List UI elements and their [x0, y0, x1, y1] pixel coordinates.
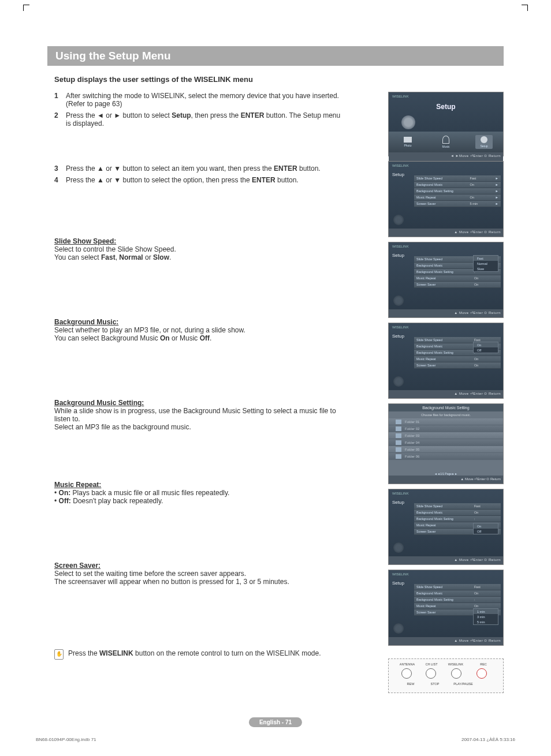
menu-row-repeat: Music RepeatOn: [414, 275, 501, 282]
right-arrow-icon: ►: [496, 183, 498, 186]
photo-icon: [404, 137, 412, 143]
step-list-1: 1 After switching the mode to WISELINK, …: [54, 92, 342, 128]
up-arrow-icon: ▲: [97, 164, 104, 173]
menu-row-bgms: Background Music Setting►: [414, 188, 501, 194]
folder-row: Folder 03: [389, 432, 503, 439]
folder-row: Folder 02: [389, 425, 503, 432]
section-music-repeat: Music Repeat: • On: Plays back a music f…: [54, 481, 342, 505]
gear-icon: [393, 376, 404, 387]
setup-menu: Slide Show SpeedFast► Background MusicOn…: [414, 175, 501, 207]
step-2: 2 Press the ◄ or ► button to select Setu…: [54, 111, 342, 128]
tip-text: Press the WISELINK button on the remote …: [68, 649, 321, 657]
step-text: Press the ▲ or ▼ button to select an ite…: [66, 164, 321, 173]
dropdown-saver: 1 min 3 min 5 min: [473, 608, 498, 625]
crop-mark: [522, 5, 528, 11]
up-arrow-icon: ▲: [97, 176, 104, 184]
screenshot-slide-speed: WISELINK Setup Slide Show Speed: Backgro…: [388, 242, 504, 318]
menu-row-saver: Screen SaverOn: [414, 282, 501, 288]
menu-row-bgm: Background MusicOn: [414, 510, 501, 516]
page-title: Using the Setup Menu: [47, 46, 504, 66]
screenshot-screen-saver: WISELINK Setup Slide Show SpeedFast Back…: [388, 570, 504, 646]
page-pill: English - 71: [249, 717, 302, 727]
dropdown-repeat: On Off: [473, 523, 498, 534]
step-text: Press the ▲ or ▼ button to select the op…: [66, 176, 299, 184]
screenshot-setup-list: WISELINK Setup Slide Show SpeedFast► Bac…: [388, 161, 504, 237]
step-1: 1 After switching the mode to WISELINK, …: [54, 92, 342, 108]
nav-bar: Photo Music Setup: [389, 132, 503, 152]
menu-row-slide: Slide Show SpeedFast►: [414, 175, 501, 182]
right-arrow-icon: ►: [496, 196, 498, 199]
menu-row-repeat: Music RepeatOn: [414, 356, 501, 362]
menu-row-bgms: Background Music Setting:: [414, 516, 501, 522]
remote-diagram: ANTENNA CH LIST WISELINK REC REW STOP PL…: [388, 658, 504, 693]
music-icon: [442, 136, 449, 144]
menu-row-bgm: Background MusicOn: [414, 590, 501, 597]
step-list-2: 3 Press the ▲ or ▼ button to select an i…: [54, 164, 342, 184]
right-arrow-icon: ►: [496, 177, 498, 180]
footer-right: 2007-04-13 ¿ÀÈÄ 5:33:16: [461, 737, 515, 742]
remote-button: [426, 668, 436, 679]
down-arrow-icon: ▼: [114, 164, 121, 173]
step-number: 3: [54, 164, 66, 173]
right-arrow-icon: ►: [114, 111, 121, 119]
menu-row-repeat: Music RepeatOn►: [414, 194, 501, 201]
gear-icon: [401, 115, 415, 129]
footer-left: BN68-01094P-00Eng.indb 71: [36, 737, 96, 742]
screenshot-bgm: WISELINK Setup Slide Show SpeedFast Back…: [388, 323, 504, 399]
section-screen-saver: Screen Saver: Select to set the waiting …: [54, 562, 342, 586]
menu-row-saver: Screen Saver5 min►: [414, 201, 501, 207]
right-arrow-icon: ►: [496, 202, 498, 205]
gear-icon: [393, 542, 404, 553]
menu-row-bgms: Background Music Setting:: [414, 597, 501, 603]
folder-icon: [396, 440, 401, 445]
content-area: Using the Setup Menu Setup displays the …: [47, 46, 504, 693]
nav-music: Music: [437, 136, 455, 148]
section-slide-show-speed: Slide Show Speed: Select to control the …: [54, 237, 342, 261]
section-background-music: Background Music: Select whether to play…: [54, 318, 342, 342]
tip-row: ✋ Press the WISELINK button on the remot…: [54, 649, 342, 660]
step-number: 2: [54, 111, 66, 128]
dropdown-bgm: On Off: [473, 342, 498, 353]
step-4: 4 Press the ▲ or ▼ button to select the …: [54, 176, 342, 184]
step-text: Press the ◄ or ► button to select Setup,…: [66, 111, 342, 128]
manual-page: Using the Setup Menu Setup displays the …: [0, 0, 551, 756]
folder-row: Folder 01: [389, 418, 503, 425]
left-column: 1 After switching the mode to WISELINK, …: [47, 92, 342, 660]
screenshot-music-repeat: WISELINK Setup Slide Show SpeedFast Back…: [388, 489, 504, 565]
gear-icon: [393, 295, 404, 306]
page-subtitle: Setup displays the user settings of the …: [54, 75, 504, 84]
right-column: WISELINK Setup Photo Music Setup ◄ ►Move…: [388, 92, 504, 693]
screenshot-bgm-setting: Background Music Setting Choose files fo…: [388, 403, 504, 484]
step-text: After switching the mode to WISELINK, se…: [66, 92, 342, 108]
nav-photo: Photo: [399, 137, 416, 147]
folder-icon: [396, 433, 401, 438]
folder-icon: [396, 426, 401, 431]
remote-tip-icon: ✋: [54, 649, 64, 660]
down-arrow-icon: ▼: [114, 176, 121, 184]
nav-setup: Setup: [475, 135, 493, 149]
section-bgm-setting: Background Music Setting: While a slide …: [54, 399, 342, 431]
menu-row-slide: Slide Show SpeedFast: [414, 503, 501, 510]
gear-icon: [393, 623, 404, 634]
folder-row: Folder 06: [389, 453, 503, 460]
step-number: 1: [54, 92, 66, 108]
left-arrow-icon: ◄: [97, 111, 104, 119]
gear-icon: [481, 136, 487, 143]
folder-icon: [396, 454, 401, 459]
remote-button: [476, 668, 487, 679]
folder-icon: [396, 420, 401, 424]
gear-icon: [393, 215, 404, 225]
folder-row: Folder 05: [389, 446, 503, 453]
crop-mark: [23, 5, 29, 11]
step-3: 3 Press the ▲ or ▼ button to select an i…: [54, 164, 342, 173]
screenshot-setup-main: WISELINK Setup Photo Music Setup ◄ ►Move…: [388, 92, 504, 156]
menu-row-slide: Slide Show SpeedFast: [414, 584, 501, 590]
remote-button: [451, 668, 461, 679]
menu-row-saver: Screen SaverOn: [414, 362, 501, 369]
remote-button: [401, 668, 412, 679]
step-number: 4: [54, 176, 66, 184]
dropdown-slide-speed: Fast Normal Slow: [473, 255, 498, 272]
menu-row-bgm: Background MusicOn►: [414, 182, 501, 188]
right-arrow-icon: ►: [496, 189, 498, 193]
folder-row: Folder 04: [389, 439, 503, 446]
